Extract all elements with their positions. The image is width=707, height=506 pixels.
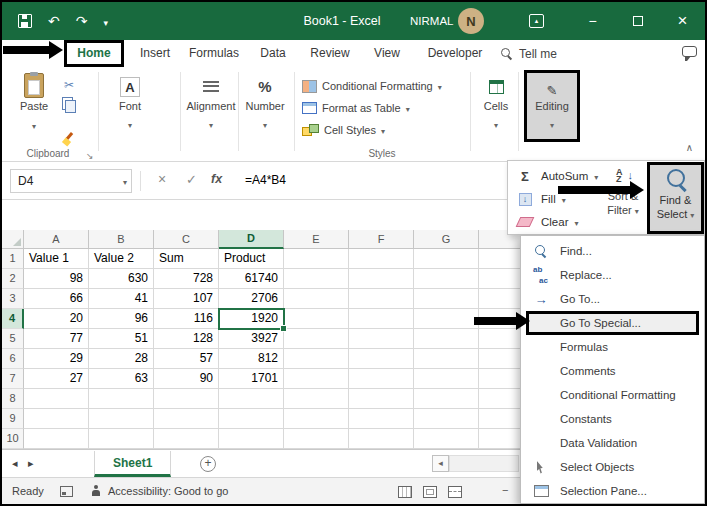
tab-home[interactable]: Home — [64, 40, 124, 67]
cell-F3[interactable] — [349, 289, 414, 309]
cell-D3[interactable]: 2706 — [219, 289, 284, 309]
cell-B1[interactable]: Value 2 — [89, 249, 154, 269]
close-button[interactable] — [660, 2, 705, 40]
menu-item-data-validation[interactable]: Data Validation — [521, 431, 704, 455]
comments-icon[interactable] — [682, 46, 697, 57]
cell-B3[interactable]: 41 — [89, 289, 154, 309]
menu-item-replace[interactable]: Replace... — [521, 263, 704, 287]
cell-C9[interactable] — [154, 409, 219, 429]
formula-input[interactable]: =A4*B4 — [245, 173, 286, 187]
cell-E1[interactable] — [284, 249, 349, 269]
cell-F6[interactable] — [349, 349, 414, 369]
cell-A7[interactable]: 27 — [24, 369, 89, 389]
zoom-out-icon[interactable] — [502, 484, 508, 496]
tab-review[interactable]: Review — [304, 40, 356, 67]
cell-B5[interactable]: 51 — [89, 329, 154, 349]
cell-E7[interactable] — [284, 369, 349, 389]
cell-C4[interactable]: 116 — [154, 309, 219, 329]
column-header-e[interactable]: E — [284, 230, 349, 249]
cell-E10[interactable] — [284, 429, 349, 449]
menu-item-comments[interactable]: Comments — [521, 359, 704, 383]
row-header-2[interactable]: 2 — [2, 269, 24, 289]
sheet-tab-sheet1[interactable]: Sheet1 — [94, 451, 171, 477]
cell-F9[interactable] — [349, 409, 414, 429]
menu-item-select-objects[interactable]: Select Objects — [521, 455, 704, 479]
cell-D8[interactable] — [219, 389, 284, 409]
cell-F1[interactable] — [349, 249, 414, 269]
cell-C1[interactable]: Sum — [154, 249, 219, 269]
row-header-10[interactable]: 10 — [2, 429, 24, 449]
collapse-ribbon-icon[interactable] — [686, 137, 693, 155]
cell-D2[interactable]: 61740 — [219, 269, 284, 289]
cell-C6[interactable]: 57 — [154, 349, 219, 369]
tab-data[interactable]: Data — [252, 40, 294, 67]
cell-G2[interactable] — [414, 269, 479, 289]
cell-D1[interactable]: Product — [219, 249, 284, 269]
editing-button[interactable]: Editing — [524, 70, 580, 142]
undo-icon[interactable] — [48, 12, 60, 30]
sheet-nav-left-icon[interactable] — [12, 457, 18, 470]
row-header-8[interactable]: 8 — [2, 389, 24, 409]
row-header-4[interactable]: 4 — [2, 309, 24, 329]
cell-F5[interactable] — [349, 329, 414, 349]
column-header-b[interactable]: B — [89, 230, 154, 249]
row-header-5[interactable]: 5 — [2, 329, 24, 349]
cell-F7[interactable] — [349, 369, 414, 389]
cut-icon[interactable] — [60, 77, 78, 93]
cell-B7[interactable]: 63 — [89, 369, 154, 389]
alignment-button[interactable]: Alignment — [184, 75, 238, 132]
cell-F8[interactable] — [349, 389, 414, 409]
find-select-button[interactable]: Find & Select — [647, 162, 704, 234]
menu-item-go-to-special[interactable]: Go To Special... — [526, 311, 699, 335]
cell-C10[interactable] — [154, 429, 219, 449]
row-header-1[interactable]: 1 — [2, 249, 24, 269]
select-all-corner[interactable] — [2, 230, 24, 249]
paste-button[interactable]: Paste — [12, 73, 56, 133]
cell-E4[interactable] — [284, 309, 349, 329]
tab-developer[interactable]: Developer — [420, 40, 490, 67]
cell-B8[interactable] — [89, 389, 154, 409]
avatar[interactable]: N — [458, 8, 484, 34]
cell-A1[interactable]: Value 1 — [24, 249, 89, 269]
row-header-3[interactable]: 3 — [2, 289, 24, 309]
cell-A2[interactable]: 98 — [24, 269, 89, 289]
ribbon-display-options-icon[interactable] — [529, 14, 544, 28]
cell-G7[interactable] — [414, 369, 479, 389]
cell-F4[interactable] — [349, 309, 414, 329]
tab-view[interactable]: View — [366, 40, 408, 67]
cell-E5[interactable] — [284, 329, 349, 349]
menu-item-conditional-formatting[interactable]: Conditional Formatting — [521, 383, 704, 407]
enter-icon[interactable] — [186, 172, 197, 187]
page-layout-view-icon[interactable] — [423, 486, 437, 498]
conditional-formatting-button[interactable]: Conditional Formatting — [302, 77, 442, 95]
row-header-7[interactable]: 7 — [2, 369, 24, 389]
font-button[interactable]: A Font — [106, 75, 154, 132]
cell-G6[interactable] — [414, 349, 479, 369]
cell-G3[interactable] — [414, 289, 479, 309]
hscroll-track[interactable] — [449, 455, 519, 472]
cell-G8[interactable] — [414, 389, 479, 409]
clear-button[interactable]: Clear — [515, 211, 579, 233]
format-as-table-button[interactable]: Format as Table — [302, 99, 410, 117]
column-header-d[interactable]: D — [219, 230, 284, 249]
cell-C2[interactable]: 728 — [154, 269, 219, 289]
menu-item-constants[interactable]: Constants — [521, 407, 704, 431]
customize-toolbar-icon[interactable] — [103, 12, 108, 30]
cell-A10[interactable] — [24, 429, 89, 449]
cell-B6[interactable]: 28 — [89, 349, 154, 369]
cell-B2[interactable]: 630 — [89, 269, 154, 289]
autosum-button[interactable]: AutoSum — [515, 165, 598, 187]
macro-record-icon[interactable] — [60, 486, 73, 497]
cell-D5[interactable]: 3927 — [219, 329, 284, 349]
cell-B9[interactable] — [89, 409, 154, 429]
menu-item-formulas[interactable]: Formulas — [521, 335, 704, 359]
cell-A4[interactable]: 20 — [24, 309, 89, 329]
cell-B4[interactable]: 96 — [89, 309, 154, 329]
column-header-c[interactable]: C — [154, 230, 219, 249]
number-button[interactable]: Number — [242, 75, 288, 132]
cell-C7[interactable]: 90 — [154, 369, 219, 389]
cell-D9[interactable] — [219, 409, 284, 429]
user-name[interactable]: NIRMAL — [410, 15, 453, 27]
copy-icon[interactable] — [60, 96, 78, 112]
tell-me[interactable]: Tell me — [500, 40, 557, 67]
